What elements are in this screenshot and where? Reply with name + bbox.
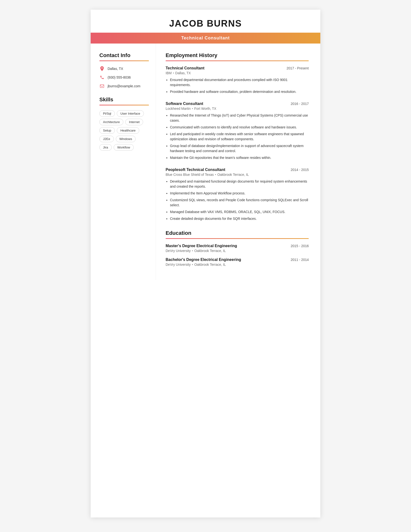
skill-tag: Setup <box>99 127 115 134</box>
title-bar: Technical Consultant <box>91 33 320 44</box>
job-dates: 2014 - 2015 <box>291 168 309 172</box>
job-title-text: Technical Consultant <box>166 66 205 70</box>
job-bullet: Managed Database with VAX VMS, RDBMS, OR… <box>170 209 309 215</box>
job-bullet: Maintain the Git repositories that the t… <box>170 155 309 160</box>
skills-divider <box>99 105 149 105</box>
edu-dates: 2011 - 2014 <box>291 258 309 262</box>
edu-header: Master's Degree Electrical Engineering 2… <box>166 244 309 248</box>
job-bullet: Developed and maintained functional desi… <box>170 179 309 189</box>
phone-icon <box>99 75 105 80</box>
edu-degree-text: Bachelor's Degree Electrical Engineering <box>166 257 241 262</box>
contact-section: Contact Info Dallas, TX <box>99 52 149 89</box>
education-section-title: Education <box>166 230 309 236</box>
employment-section-title: Employment History <box>166 52 309 58</box>
job-bullets-list: Researched the Internet of Things (IoT) … <box>166 113 309 160</box>
skills-section-title: Skills <box>99 96 149 103</box>
job-header: Technical Consultant 2017 - Present <box>166 66 309 70</box>
job-bullets-list: Developed and maintained functional desi… <box>166 179 309 221</box>
job-entry: Technical Consultant 2017 - Present IBM•… <box>166 66 309 94</box>
resume-header: JACOB BURNS Technical Consultant <box>91 10 320 44</box>
job-bullet: Customized SQL views, records and People… <box>170 198 309 208</box>
job-bullet: Researched the Internet of Things (IoT) … <box>170 113 309 123</box>
edu-dates: 2015 - 2016 <box>291 244 309 248</box>
job-header: Peoplesoft Technical Consultant 2014 - 2… <box>166 168 309 172</box>
job-company: Blue Cross Blue Shield of Texas•Oakbrook… <box>166 173 309 177</box>
location-icon <box>99 66 105 71</box>
contact-location-text: Dallas, TX <box>108 67 123 71</box>
edu-degree-text: Master's Degree Electrical Engineering <box>166 244 237 248</box>
skill-tag: Internet <box>125 119 143 125</box>
job-title-text: Software Consultant <box>166 102 203 106</box>
contact-phone-text: (930) 555-8036 <box>108 76 131 79</box>
job-entry: Software Consultant 2016 - 2017 Lockheed… <box>166 102 309 160</box>
email-icon <box>99 83 105 89</box>
job-bullet: Create detailed design documents for the… <box>170 216 309 221</box>
job-bullet: Communicated with customers to identify … <box>170 125 309 130</box>
job-bullet: Ensured departmental documentation and p… <box>170 77 309 87</box>
job-entry: Peoplesoft Technical Consultant 2014 - 2… <box>166 168 309 221</box>
main-content: Employment History Technical Consultant … <box>156 44 320 280</box>
contact-phone: (930) 555-8036 <box>99 75 149 80</box>
skill-tag: Workflow <box>114 144 134 151</box>
job-dates: 2017 - Present <box>287 66 309 70</box>
skill-tag: Windows <box>116 136 136 142</box>
job-bullet: Led and participated in weekly code revi… <box>170 132 309 142</box>
svg-rect-0 <box>100 85 104 88</box>
job-title-text: Peoplesoft Technical Consultant <box>166 168 225 172</box>
contact-location: Dallas, TX <box>99 66 149 71</box>
skill-tag: Healthcare <box>117 127 139 134</box>
contact-divider <box>99 60 149 61</box>
education-section: Education Master's Degree Electrical Eng… <box>166 230 309 266</box>
employment-divider <box>166 60 309 61</box>
contact-email: jburns@example.com <box>99 83 149 89</box>
edu-header: Bachelor's Degree Electrical Engineering… <box>166 257 309 262</box>
job-bullet: Implemented the Item Approval Workflow p… <box>170 191 309 196</box>
jobs-container: Technical Consultant 2017 - Present IBM•… <box>166 66 309 221</box>
skills-section: Skills Pl/SqlUser InterfaceArchitectureI… <box>99 96 149 151</box>
edu-entry: Bachelor's Degree Electrical Engineering… <box>166 257 309 266</box>
education-divider <box>166 238 309 239</box>
contact-email-text: jburns@example.com <box>108 84 140 88</box>
job-bullet: Group lead of database design/implementa… <box>170 143 309 153</box>
contact-section-title: Contact Info <box>99 52 149 58</box>
resume-container: JACOB BURNS Technical Consultant Contact… <box>91 10 320 517</box>
degrees-container: Master's Degree Electrical Engineering 2… <box>166 244 309 266</box>
skill-tag: J2Ee <box>99 136 114 142</box>
skill-tag: User Interface <box>117 110 144 117</box>
edu-entry: Master's Degree Electrical Engineering 2… <box>166 244 309 253</box>
edu-school: DeVry University•Oakbrook Terrace, IL <box>166 263 309 266</box>
sidebar: Contact Info Dallas, TX <box>91 44 156 280</box>
job-company: IBM•Dallas, TX <box>166 71 309 75</box>
job-bullet: Provided hardware and software consultat… <box>170 89 309 94</box>
edu-school: DeVry University•Oakbrook Terrace, IL <box>166 249 309 253</box>
resume-body: Contact Info Dallas, TX <box>91 44 320 280</box>
skills-tags-container: Pl/SqlUser InterfaceArchitectureInternet… <box>99 110 149 151</box>
job-company: Lockheed Martin•Fort Worth, TX <box>166 107 309 111</box>
job-dates: 2016 - 2017 <box>291 102 309 106</box>
job-bullets-list: Ensured departmental documentation and p… <box>166 77 309 94</box>
skill-tag: Jira <box>99 144 112 151</box>
employment-section: Employment History Technical Consultant … <box>166 52 309 221</box>
job-title: Technical Consultant <box>91 36 320 41</box>
candidate-name: JACOB BURNS <box>91 18 320 29</box>
skill-tag: Architecture <box>99 119 123 125</box>
skill-tag: Pl/Sql <box>99 110 115 117</box>
job-header: Software Consultant 2016 - 2017 <box>166 102 309 106</box>
